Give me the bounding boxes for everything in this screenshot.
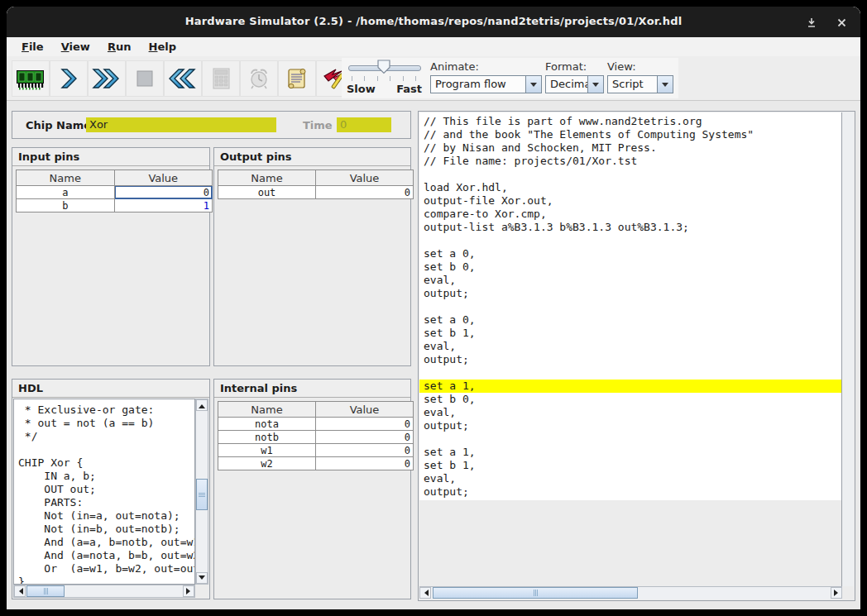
script-line: eval, [419,406,844,419]
column-header-value: Value [316,402,414,418]
view-select[interactable]: Script [607,75,673,93]
column-header-value: Value [316,170,414,186]
hdl-line: } [14,575,194,585]
single-step-icon [56,66,81,91]
hdl-line: Or (a=w1, b=w2, out=out); [14,562,194,575]
pin-row: notb 0 [218,431,414,444]
script-line: output; [419,287,844,300]
hdl-line: IN a, b; [14,470,194,483]
internal-pins-table: Name Value nota 0 notb 0 w1 0 w2 0 [218,401,414,470]
menu-view[interactable]: View [55,40,97,54]
slider-ticks [352,76,416,81]
menu-file[interactable]: File [15,40,50,54]
pin-value: 0 [316,431,414,444]
script-panel: // This file is part of www.nand2tetris.… [418,111,855,601]
script-vertical-scrollbar[interactable] [841,112,854,586]
scroll-left-icon[interactable] [14,585,26,597]
load-script-button[interactable] [278,60,316,97]
horizontal-scroll-thumb[interactable] [433,587,638,599]
horizontal-scroll-thumb[interactable] [26,585,65,597]
script-line: eval, [419,472,844,485]
run-button[interactable] [88,60,126,97]
script-line: output; [419,485,844,499]
format-label: Format: [545,60,604,73]
script-line: // File name: projects/01/Xor.tst [419,155,844,168]
script-line: set b 1, [419,327,844,340]
scroll-down-icon[interactable] [196,572,208,584]
chip-name-field[interactable]: Xor [86,117,276,132]
dropdown-panel: Animate: Program flow Format: Decimal Vi… [425,58,678,98]
input-pins-table: Name Value a 0 b 1 [16,170,213,212]
pin-name: out [218,186,316,199]
menu-run[interactable]: Run [101,40,138,54]
title-bar: Hardware Simulator (2.5) - /home/thomas/… [7,7,860,37]
pin-name: notb [218,431,316,444]
hdl-title: HDL [12,380,209,398]
pin-value: 0 [316,186,414,199]
scroll-right-icon[interactable] [831,587,842,599]
column-header-name: Name [17,170,115,186]
pin-name: w1 [218,444,316,457]
chevron-down-icon[interactable] [587,76,603,93]
script-line: load Xor.hdl, [419,181,844,194]
scroll-left-icon[interactable] [419,587,431,599]
run-icon [91,66,122,91]
pin-value[interactable]: 1 [114,199,213,212]
hdl-line: Not (in=b, out=notb); [14,523,194,536]
script-line: set a 0, [419,313,844,327]
hdl-vertical-scrollbar[interactable] [195,399,208,585]
load-chip-button[interactable] [12,60,50,97]
script-view: // This file is part of www.nand2tetris.… [419,112,844,586]
script-line: // This file is part of www.nand2tetris.… [419,115,844,128]
hdl-line: */ [14,430,194,443]
hdl-line: * Exclusive-or gate: [14,404,194,417]
close-icon [837,18,846,27]
vertical-scroll-thumb[interactable] [196,479,208,510]
output-pins-panel: Output pins Name Value out 0 [213,147,411,366]
menu-help[interactable]: Help [142,40,183,54]
chevron-down-icon[interactable] [657,76,673,93]
script-line [419,366,844,380]
pin-name: b [17,199,115,212]
close-button[interactable] [832,14,850,31]
rewind-icon [167,66,199,91]
script-line: eval, [419,274,844,287]
chevron-down-icon[interactable] [525,76,541,93]
hdl-horizontal-scrollbar[interactable] [13,585,195,598]
pin-value[interactable]: 0 [114,186,213,199]
script-line: output-file Xor.out, [419,194,844,208]
pin-name: w2 [218,457,316,470]
hdl-line: OUT out; [14,483,194,496]
pin-row: b 1 [17,199,213,212]
internal-pins-panel: Internal pins Name Value nota 0 notb 0 w… [213,379,411,599]
pin-row: nota 0 [218,418,414,431]
scroll-up-icon[interactable] [196,399,208,411]
speed-slider-group: Slow Fast [342,58,427,98]
pin-row: out 0 [218,186,414,199]
script-line: set a 0, [419,247,844,260]
hdl-line: And (a=a, b=notb, out=w1); [14,536,194,549]
animate-select[interactable]: Program flow [430,75,542,93]
single-step-button[interactable] [50,60,88,97]
script-line: eval, [419,340,844,353]
minimize-button[interactable] [802,14,821,31]
hdl-line: Not (in=a, out=nota); [14,509,194,523]
chip-name-bar: Chip Name : Xor Time : 0 [12,111,411,139]
hdl-line: PARTS: [14,496,194,509]
hdl-panel: HDL * Exclusive-or gate: * out = not (a … [12,379,210,599]
format-select[interactable]: Decimal [545,75,604,93]
script-line: set b 0, [419,393,844,406]
stop-button [126,60,164,97]
speed-slider-thumb[interactable] [377,60,390,78]
menu-bar: File View Run Help [7,37,860,57]
pin-row: w2 0 [218,457,414,470]
animate-value: Program flow [435,78,506,90]
scroll-right-icon[interactable] [183,585,194,597]
script-line [419,234,844,247]
script-horizontal-scrollbar[interactable] [419,586,842,599]
animate-label: Animate: [430,60,542,73]
hdl-code-view: * Exclusive-or gate: * out = not (a == b… [13,399,195,585]
reset-button[interactable] [164,60,202,97]
pin-name: a [17,186,115,199]
pin-row: w1 0 [218,444,414,457]
